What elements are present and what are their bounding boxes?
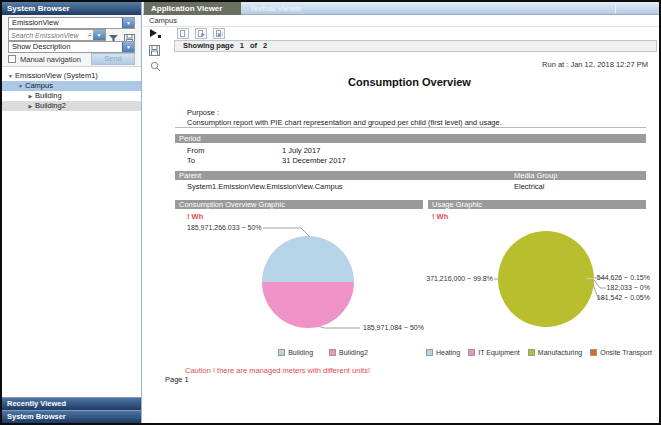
paging-status: Showing page1of2	[174, 40, 657, 52]
consumption-graphic-header: Consumption Overview Graphic	[175, 200, 423, 209]
legend-label: IT Equipment	[478, 349, 520, 356]
tab-bar-divider	[615, 4, 616, 13]
tree-item-campus[interactable]: ▼Campus	[2, 81, 141, 91]
view-selector-dropdown[interactable]: EmissionView ▼	[8, 17, 135, 29]
tree-item-emissionview-system1-[interactable]: ▼EmissionView (System1)	[2, 71, 141, 81]
period-to-label: To	[187, 156, 195, 165]
viewer-tab-bar: Application Viewer Textual Viewer	[143, 2, 659, 15]
system-browser-title: System Browser	[2, 2, 141, 15]
pie-label-building: 185,971,266.033 ~ 50%	[187, 224, 262, 231]
legend-swatch	[278, 349, 285, 356]
panel-divider	[2, 66, 141, 67]
description-selector-dropdown[interactable]: Show Description ▼	[8, 41, 135, 53]
paging-total: 2	[263, 41, 267, 50]
report-toolbar: ▶ ▶|	[143, 27, 659, 40]
run-at-timestamp: Run at : Jan 12, 2018 12:27 PM	[542, 60, 648, 69]
caution-message: Caution ! there are managed meters with …	[185, 366, 370, 375]
tree-item-label: EmissionView (System1)	[15, 71, 98, 80]
legend-swatch	[590, 349, 597, 356]
report-page: Run at : Jan 12, 2018 12:27 PM Consumpti…	[163, 52, 656, 421]
paging-of: of	[250, 41, 257, 50]
application-window: System Browser EmissionView ▼ ⌕ ▼	[0, 0, 661, 425]
usage-legend: HeatingIT EquipmentManufacturingOnsite T…	[426, 349, 652, 356]
usage-unit-warning: ! Wh	[432, 212, 448, 221]
chevron-down-icon[interactable]: ▼	[122, 42, 134, 52]
pie-label-heating: 544,626 ~ 0.15%	[597, 274, 650, 281]
purpose-text: Consumption report with PIE chart repres…	[187, 118, 642, 127]
tree-collapsed-icon[interactable]: ▶	[26, 91, 35, 101]
legend-swatch	[528, 349, 535, 356]
usage-graphic-header: Usage Graphic	[428, 200, 646, 209]
next-page-icon[interactable]: ▶	[195, 28, 207, 39]
pie-label-building2: 185,971,084 ~ 50%	[363, 324, 424, 331]
period-section-header: Period	[175, 134, 646, 143]
legend-item-heating: Heating	[426, 349, 460, 356]
legend-item-manufacturing: Manufacturing	[528, 349, 582, 356]
tree-collapsed-icon[interactable]: ▶	[26, 101, 35, 111]
legend-label: Building2	[339, 349, 368, 356]
filter-icon[interactable]	[108, 30, 119, 40]
tree-item-label: Campus	[25, 81, 53, 90]
recently-viewed-bar[interactable]: Recently Viewed	[2, 397, 141, 410]
chevron-down-icon[interactable]: ▼	[122, 18, 134, 28]
view-selector-value: EmissionView	[12, 18, 59, 27]
save-filter-icon[interactable]	[124, 30, 135, 40]
search-input-wrapper: ⌕ ▼	[8, 29, 106, 41]
consumption-legend: BuildingBuilding2	[223, 349, 423, 356]
tree-item-building[interactable]: ▶Building	[2, 91, 141, 101]
legend-label: Building	[288, 349, 313, 356]
parent-section-header: Parent Media Group	[175, 171, 646, 180]
tree-item-label: Building	[35, 91, 62, 100]
tab-textual-viewer[interactable]: Textual Viewer	[243, 2, 331, 15]
zoom-icon[interactable]	[150, 58, 161, 76]
period-from-label: From	[187, 146, 205, 155]
tab-application-viewer[interactable]: Application Viewer	[144, 2, 241, 15]
pie-label-it-equipment: 182,033 ~ 0%	[607, 284, 650, 291]
pie-label-manufacturing: 371,216,000 ~ 99.8%	[413, 275, 493, 282]
navigation-tree: ▼EmissionView (System1)▼Campus▶Building▶…	[2, 68, 141, 397]
manual-navigation-checkbox[interactable]	[8, 55, 16, 63]
legend-label: Onsite Transport	[600, 349, 652, 356]
paging-label: Showing page	[183, 41, 234, 50]
system-browser-controls: EmissionView ▼ ⌕ ▼ Show Description ▼	[2, 15, 141, 66]
system-browser-bar[interactable]: System Browser	[2, 410, 141, 423]
viewer-pane: Application Viewer Textual Viewer Campus…	[143, 2, 659, 423]
tree-item-label: Building2	[35, 101, 66, 110]
search-chevron-down-icon[interactable]: ▼	[93, 30, 105, 40]
media-group-header-label: Media Group	[514, 171, 557, 180]
search-icon: ⌕	[88, 30, 92, 40]
legend-item-it-equipment: IT Equipment	[468, 349, 520, 356]
legend-label: Heating	[436, 349, 460, 356]
period-from-value: 1 July 2017	[282, 146, 320, 155]
last-page-icon[interactable]: ▶|	[213, 28, 225, 39]
manual-navigation-label: Manual navigation	[20, 55, 81, 64]
page-number-label: Page 1	[165, 375, 189, 384]
breadcrumb: Campus	[143, 15, 659, 27]
media-group-value: Electrical	[514, 182, 544, 191]
legend-swatch	[329, 349, 336, 356]
send-button[interactable]: Send	[91, 53, 135, 65]
export-page-icon[interactable]	[177, 28, 189, 39]
legend-item-building2: Building2	[329, 349, 368, 356]
tree-item-building2[interactable]: ▶Building2	[2, 101, 141, 111]
legend-label: Manufacturing	[538, 349, 582, 356]
consumption-pie-chart	[262, 236, 354, 328]
usage-pie-chart	[498, 231, 594, 327]
pie-label-onsite-transport: 181,542 ~ 0.05%	[597, 294, 650, 301]
system-browser-panel: System Browser EmissionView ▼ ⌕ ▼	[2, 2, 142, 423]
purpose-label: Purpose :	[187, 108, 219, 117]
paging-current: 1	[240, 41, 244, 50]
legend-swatch	[426, 349, 433, 356]
period-to-value: 31 December 2017	[282, 156, 346, 165]
tree-expanded-icon[interactable]: ▼	[6, 71, 15, 81]
report-title: Consumption Overview	[163, 76, 656, 88]
tree-expanded-icon[interactable]: ▼	[16, 81, 25, 91]
parent-header-label: Parent	[179, 171, 201, 180]
legend-swatch	[468, 349, 475, 356]
legend-item-building: Building	[278, 349, 313, 356]
separator-line	[175, 127, 646, 128]
parent-value: System1.EmissionView.EmissionView.Campus	[187, 182, 343, 191]
search-input[interactable]	[11, 31, 89, 40]
consumption-unit-warning: ! Wh	[187, 212, 203, 221]
legend-item-onsite-transport: Onsite Transport	[590, 349, 652, 356]
